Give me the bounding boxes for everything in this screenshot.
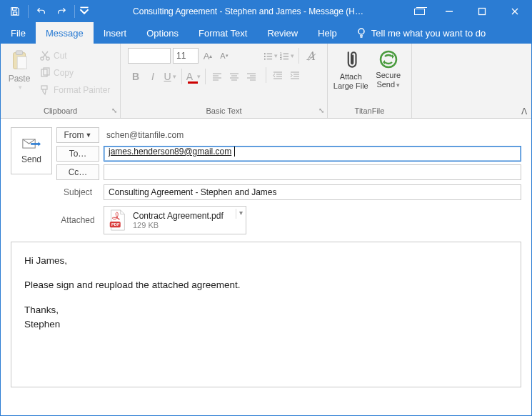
align-right-button[interactable] [244,68,259,85]
undo-icon[interactable] [31,1,51,22]
minimize-icon[interactable] [433,1,466,22]
to-button[interactable]: To… [56,146,99,162]
collapse-ribbon-icon[interactable]: ᐱ [521,107,527,117]
subject-field[interactable] [104,184,521,200]
redo-icon[interactable] [51,1,71,22]
decrease-indent-button[interactable] [270,66,286,84]
body-closing1: Thanks, [24,303,508,317]
save-icon[interactable] [5,1,25,22]
send-icon [22,137,41,150]
clipboard-expand-icon[interactable]: ⤡ [111,105,117,117]
ribbon-group-clipboard: Paste ▾ Cut Copy Format Painter Clipboar… [1,44,121,118]
underline-button[interactable]: U▾ [162,68,178,85]
tab-help[interactable]: Help [308,22,347,44]
group-label-titanfile: TitanFile [355,107,385,115]
secure-send-icon [378,49,398,69]
tab-options[interactable]: Options [136,22,189,44]
svg-marker-54 [383,60,385,64]
align-left-button[interactable] [209,68,225,85]
to-field[interactable]: james.henderson89@gmail.com [104,146,521,162]
ribbon-group-basic-text: A▴ A▾ B I U▾ A▾ ▾ 123▾ A̷ [121,44,328,118]
attachment-menu-icon[interactable]: ▾ [236,209,243,219]
subject-label: Subject [56,187,99,197]
svg-point-34 [264,56,266,57]
svg-point-52 [381,51,396,67]
group-label-basic-text: Basic Text [206,107,242,115]
maximize-icon[interactable] [466,1,498,22]
svg-rect-4 [479,9,486,15]
font-size-combo[interactable] [173,48,199,64]
svg-rect-19 [41,86,47,89]
body-paragraph: Please sign and reupload the attached ag… [24,278,508,292]
window-title: Consulting Agreement - Stephen and James… [91,6,406,16]
svg-rect-1 [13,12,16,15]
svg-rect-0 [13,8,16,11]
basic-text-expand-icon[interactable]: ⤡ [318,105,324,117]
font-color-button[interactable]: A▾ [186,68,201,85]
tab-insert[interactable]: Insert [94,22,137,44]
lightbulb-icon [356,26,367,40]
svg-line-15 [42,51,47,58]
send-button[interactable]: Send [11,127,52,174]
align-center-button[interactable] [226,68,242,85]
copy-button[interactable]: Copy [36,65,113,81]
tab-format-text[interactable]: Format Text [189,22,257,44]
svg-point-7 [358,29,364,34]
cc-field[interactable] [104,164,521,180]
svg-point-32 [264,53,266,54]
shrink-font-icon[interactable]: A▾ [217,48,231,64]
body-closing2: Stephen [24,317,508,332]
svg-text:PDF: PDF [111,222,120,227]
close-icon[interactable] [498,1,531,22]
cut-icon [39,50,51,61]
grow-font-icon[interactable]: A▴ [201,48,215,64]
font-name-combo[interactable] [128,48,171,64]
cc-button[interactable]: Cc… [56,164,99,180]
increase-indent-button[interactable] [287,66,303,84]
ribbon-group-titanfile: Attach Large File Secure Send▾ TitanFile [328,44,412,118]
format-painter-button[interactable]: Format Painter [36,82,113,98]
svg-marker-57 [39,142,41,146]
from-button[interactable]: From ▼ [56,127,99,143]
format-painter-icon [39,84,51,96]
group-label-clipboard: Clipboard [44,107,77,115]
attachment-name: Contract Agreement.pdf [133,211,224,221]
tab-file[interactable]: File [1,22,36,44]
paperclip-icon [341,49,361,71]
title-bar: Consulting Agreement - Stephen and James… [1,1,531,22]
tab-message[interactable]: Message [36,22,94,44]
clear-formatting-button[interactable]: A̷ [303,48,318,64]
svg-rect-56 [31,143,39,145]
attached-label: Attached [56,215,99,225]
svg-rect-12 [17,56,26,69]
ribbon: Paste ▾ Cut Copy Format Painter Clipboar… [1,44,531,119]
paste-button[interactable]: Paste ▾ [5,46,34,105]
bullets-button[interactable]: ▾ [264,48,278,64]
cut-button[interactable]: Cut [36,48,113,64]
attachment-card[interactable]: PDF Contract Agreement.pdf 129 KB ▾ [104,206,246,234]
message-body[interactable]: Hi James, Please sign and reupload the a… [11,242,521,387]
tell-me-search[interactable]: Tell me what you want to do [347,22,486,44]
tab-review[interactable]: Review [257,22,308,44]
secure-send-button[interactable]: Secure Send▾ [370,46,408,105]
italic-button[interactable]: I [145,68,161,85]
svg-rect-11 [16,51,22,55]
pdf-icon: PDF [109,209,127,231]
ribbon-tabs: File Message Insert Options Format Text … [1,22,531,44]
body-greeting: Hi James, [24,254,508,268]
svg-point-36 [264,59,266,60]
svg-text:3: 3 [280,58,282,61]
svg-line-16 [43,51,48,58]
from-address: schen@titanfile.com [104,130,184,140]
qat-dropdown-icon[interactable] [78,1,91,22]
ribbon-display-icon[interactable] [406,1,433,22]
bold-button[interactable]: B [128,68,144,85]
attach-large-file-button[interactable]: Attach Large File [332,46,370,105]
compose-header: Send From ▼ schen@titanfile.com To… jame… [1,119,531,234]
svg-marker-53 [392,54,394,59]
copy-icon [39,67,51,79]
attachment-size: 129 KB [133,221,224,229]
paste-icon [9,49,30,71]
numbering-button[interactable]: 123▾ [280,48,294,64]
